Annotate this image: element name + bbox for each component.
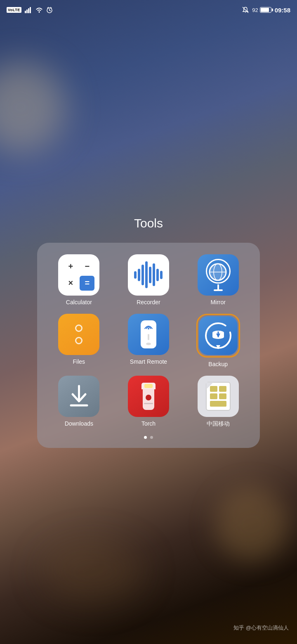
svg-line-6 [50, 10, 51, 11]
folder-container: + − × = Calculator [37, 243, 260, 448]
app-files[interactable]: Files [46, 314, 112, 367]
dot-1[interactable] [144, 436, 147, 439]
status-bar-left: VoLTE [7, 7, 53, 13]
apps-grid: + − × = Calculator [46, 254, 251, 428]
downloads-icon [58, 376, 99, 417]
torch-icon [128, 376, 169, 417]
main-content: Tools + − × = Calculator [0, 0, 297, 644]
app-torch[interactable]: Torch [116, 376, 182, 428]
svg-rect-1 [26, 9, 28, 13]
calculator-icon: + − × = [58, 254, 99, 296]
app-china-mobile[interactable]: 中国移动 [185, 376, 251, 428]
backup-selected-border [196, 314, 240, 358]
smart-remote-icon [128, 314, 169, 355]
app-smart-remote[interactable]: Smart Remote [116, 314, 182, 367]
app-downloads[interactable]: Downloads [46, 376, 112, 428]
bell-muted-icon [242, 7, 249, 13]
app-mirror[interactable]: Mirror [185, 254, 251, 305]
downloads-label: Downloads [65, 420, 93, 427]
battery-percent: 92 [252, 7, 258, 13]
svg-rect-3 [30, 7, 31, 13]
time-display: 09:58 [275, 7, 290, 14]
status-bar-right: 92 09:58 [242, 7, 290, 14]
mirror-icon [198, 254, 239, 296]
app-recorder[interactable]: Recorder [116, 254, 182, 305]
recorder-label: Recorder [137, 299, 160, 305]
dot-2[interactable] [150, 436, 153, 439]
battery-indicator: 92 [252, 7, 271, 13]
china-mobile-icon [198, 376, 239, 417]
recorder-icon [128, 254, 169, 296]
signal-icon [25, 7, 32, 13]
backup-icon [199, 316, 238, 355]
files-label: Files [73, 358, 85, 365]
volte-badge: VoLTE [7, 7, 21, 13]
battery-icon [260, 7, 271, 13]
china-mobile-label: 中国移动 [207, 420, 230, 428]
calculator-label: Calculator [66, 299, 92, 305]
wifi-icon [35, 7, 43, 13]
page-dots [46, 436, 251, 439]
app-backup[interactable]: Backup [185, 314, 251, 367]
watermark: 知乎 @心有空山滴仙人 [233, 624, 289, 632]
svg-rect-0 [25, 11, 26, 13]
recorder-wave [130, 257, 167, 292]
app-calculator[interactable]: + − × = Calculator [46, 254, 112, 305]
torch-label: Torch [141, 420, 156, 427]
backup-label: Backup [208, 361, 228, 367]
smart-remote-label: Smart Remote [130, 358, 167, 365]
mirror-label: Mirror [210, 299, 226, 305]
status-bar: VoLTE 92 [0, 0, 297, 20]
files-icon [58, 314, 99, 355]
svg-rect-2 [28, 8, 29, 13]
svg-point-14 [148, 328, 149, 329]
folder-title: Tools [134, 216, 163, 230]
alarm-icon [46, 7, 53, 13]
